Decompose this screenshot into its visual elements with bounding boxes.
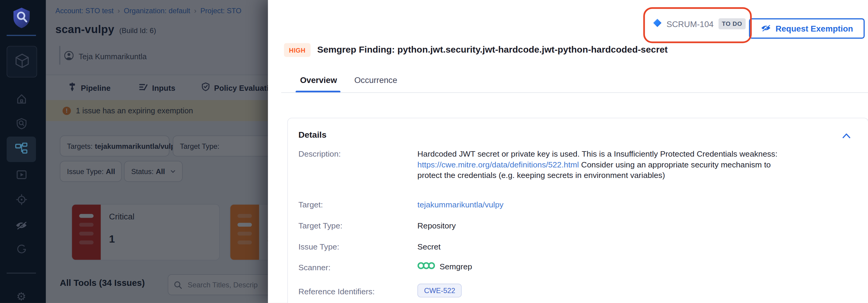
sidebar-item-security-review[interactable] (7, 213, 36, 239)
flowchart-pipelines-icon (15, 143, 28, 156)
finding-title: Semgrep Finding: python.jwt.security.jwt… (317, 44, 668, 55)
target-type-label: Target Type: (298, 221, 342, 230)
severity-badge-high: HIGH (284, 43, 311, 57)
scanner-value: Semgrep (417, 261, 472, 272)
target-link[interactable]: tejakummarikuntla/vulpy (417, 200, 503, 209)
finding-detail-drawer: SCRUM-104 TO DO Request Exemption HIGH S… (268, 0, 868, 303)
annotation-highlight-box (643, 7, 752, 43)
semgrep-rings-icon (417, 261, 435, 272)
app-viewport: ⚙ Account: STO test › Organization: defa… (0, 0, 868, 303)
description-value: Hardcoded JWT secret or private key is u… (417, 149, 784, 181)
gauge-power-icon (16, 244, 27, 257)
scanner-name: Semgrep (439, 262, 472, 271)
home-icon (16, 94, 27, 107)
tab-occurrence[interactable]: Occurrence (354, 75, 397, 85)
scanner-label: Scanner: (298, 263, 331, 272)
details-heading: Details (298, 130, 327, 140)
target-value: tejakummarikuntla/vulpy (417, 200, 503, 209)
sidebar-item-module[interactable] (7, 46, 37, 77)
left-nav: ⚙ (0, 0, 46, 303)
tab-overview[interactable]: Overview (300, 75, 337, 85)
request-exemption-button[interactable]: Request Exemption (749, 18, 865, 39)
issue-type-label: Issue Type: (298, 242, 339, 251)
sidebar-item-getting-started[interactable] (7, 238, 36, 263)
description-text-1: Hardcoded JWT secret or private key is u… (417, 149, 777, 158)
reference-identifiers-label: Reference Identifiers: (298, 287, 375, 296)
target-label: Target: (298, 200, 323, 209)
sidebar-item-settings[interactable]: ⚙ (7, 284, 36, 303)
nav-divider-bottom (7, 273, 36, 274)
nav-divider-top (7, 35, 36, 36)
cwe-link[interactable]: https://cwe.mitre.org/data/definitions/5… (417, 160, 579, 169)
chevron-up-icon[interactable] (842, 131, 850, 140)
gear-icon: ⚙ (16, 291, 26, 302)
cwe-chip[interactable]: CWE-522 (417, 284, 462, 298)
sidebar-item-executions[interactable] (7, 163, 36, 189)
target-icon (16, 194, 27, 207)
cube-icon (15, 53, 29, 71)
sto-logo[interactable] (7, 9, 36, 29)
eye-off-icon (761, 24, 771, 33)
play-box-icon (16, 169, 27, 182)
sto-shield-search-logo-icon (11, 7, 31, 30)
issue-type-value: Secret (417, 242, 441, 251)
sidebar-item-targets[interactable] (7, 188, 36, 213)
details-card: Details Description: Hardcoded JWT secre… (287, 118, 868, 303)
request-exemption-label: Request Exemption (776, 24, 853, 33)
sidebar-item-scans[interactable] (7, 112, 36, 137)
shield-search-icon (16, 117, 27, 131)
target-type-value: Repository (417, 221, 456, 230)
sidebar-item-pipelines-selected[interactable] (7, 136, 36, 162)
eye-off-icon (15, 220, 28, 232)
tabs-divider (281, 92, 868, 93)
description-label: Description: (298, 149, 341, 158)
sidebar-item-home[interactable] (7, 88, 36, 113)
